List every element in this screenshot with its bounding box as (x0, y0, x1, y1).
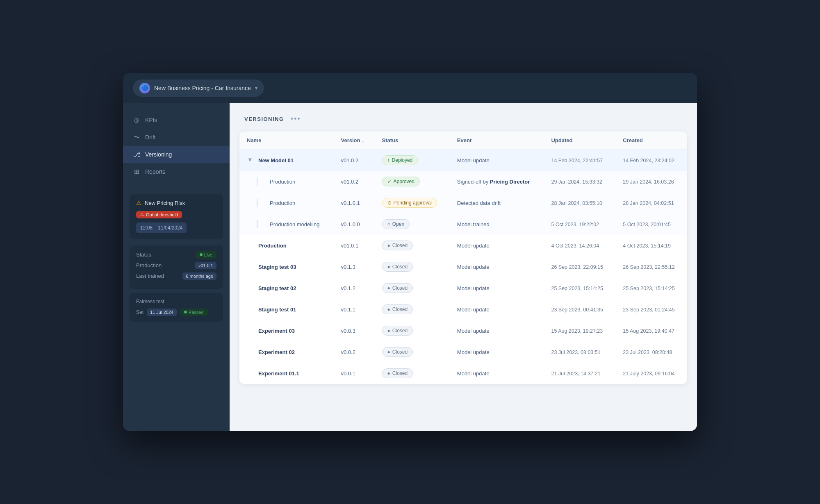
updated-datetime: 21 Jul 2023, 14:37:21 (551, 371, 600, 377)
alert-triangle-icon: ⚠ (136, 200, 141, 206)
production-version-badge: v01.0.1 (195, 262, 216, 269)
child-version-text: v0.1.0.0 (341, 221, 360, 227)
child-status-cell: ○ Open (375, 213, 450, 235)
status-value: Live (204, 252, 212, 257)
created-datetime: 23 Sep 2023, 01:24:45 (623, 307, 675, 313)
event-text: Model update (457, 328, 490, 334)
child-name-text: Production modelling (270, 221, 319, 227)
child-updated-datetime: 5 Oct 2023, 19:22:02 (551, 222, 599, 227)
event-text: Model update (457, 243, 490, 249)
child-status-icon: ⊙ (387, 200, 392, 206)
table-row: Production modelling v0.1.0.0 ○ Open Mod… (239, 213, 687, 235)
sidebar-item-drift[interactable]: 〜 Drift (123, 129, 230, 146)
table-row: Experiment 03 v0.0.3 ● Closed Model upda… (239, 320, 687, 341)
row-name-cell: ▶ New Model 01 (239, 150, 333, 171)
sidebar-item-versioning[interactable]: ⎇ Versioning (123, 146, 230, 163)
status-icon: ↑ (387, 157, 390, 163)
table-row: Production v01.0.2 ✓ Approved Signed-off… (239, 171, 687, 192)
version-text: v0.0.2 (341, 349, 355, 355)
row-name: Staging test 01 (247, 306, 326, 313)
row-status-cell: ● Closed (375, 256, 450, 277)
child-version-cell: v0.1.0.0 (333, 213, 374, 235)
row-version-cell: v01.0.2 (333, 150, 374, 171)
table-row: Experiment 02 v0.0.2 ● Closed Model upda… (239, 341, 687, 363)
child-created-cell: 28 Jan 2024, 04:02:51 (615, 192, 687, 213)
child-event-cell: Detected data drift (450, 192, 544, 213)
status-icon: ● (387, 264, 390, 270)
chevron-down-icon: ▾ (255, 85, 257, 91)
status-icon: ● (387, 243, 390, 248)
child-version-cell: v01.0.2 (333, 171, 374, 192)
version-text: v0.1.3 (341, 264, 355, 270)
passed-dot-icon (184, 311, 187, 313)
row-status-cell: ● Closed (375, 341, 450, 363)
row-version-cell: v0.1.2 (333, 277, 374, 299)
status-icon: ● (387, 306, 390, 312)
row-name: Experiment 03 (247, 328, 326, 334)
fairness-result: Passed (189, 310, 204, 315)
row-updated-cell: 4 Oct 2023, 14:26:04 (544, 235, 615, 256)
col-version[interactable]: Version ↓ (333, 132, 374, 150)
app-icon: 🔵 (139, 83, 150, 93)
event-text: Model update (457, 306, 490, 313)
row-name-text: Staging test 02 (258, 285, 296, 291)
row-name-text: Experiment 03 (258, 328, 295, 334)
app-selector[interactable]: 🔵 New Business Pricing - Car Insurance ▾ (133, 79, 264, 97)
row-version-cell: v0.1.3 (333, 256, 374, 277)
row-created-cell: 23 Jul 2023, 08:20:48 (615, 341, 687, 363)
event-text: Model update (457, 157, 490, 163)
child-updated-datetime: 29 Jan 2024, 15:33:32 (551, 179, 602, 185)
status-badge: ● Closed (382, 262, 413, 272)
sidebar-item-kpis[interactable]: ◎ KPIs (123, 111, 230, 129)
row-name-cell: Experiment 02 (239, 341, 333, 363)
row-name-cell: Staging test 01 (239, 299, 333, 320)
updated-datetime: 14 Feb 2024, 22:41:57 (551, 158, 603, 163)
status-icon: ● (387, 349, 390, 355)
child-version-cell: v0.1.0.1 (333, 192, 374, 213)
live-dot-icon (200, 253, 203, 256)
fairness-title: Fairness test (136, 299, 216, 304)
row-name: Production (247, 243, 326, 249)
expand-button[interactable]: ▶ (247, 157, 254, 164)
child-status-cell: ⊙ Pending approval (375, 192, 450, 213)
reports-icon: ⊞ (133, 168, 140, 175)
last-trained-label: Last trained (136, 273, 164, 279)
app-window: 🔵 New Business Pricing - Car Insurance ▾… (123, 73, 697, 431)
fairness-date-badge: 11 Jul 2024 (147, 309, 177, 316)
created-datetime: 26 Sep 2023, 22:55:12 (623, 264, 675, 270)
status-row: Status Live (136, 251, 216, 259)
main-content: VERSIONING ••• Name Version ↓ (230, 103, 697, 431)
production-row: Production v01.0.1 (136, 262, 216, 269)
row-created-cell: 26 Sep 2023, 22:55:12 (615, 256, 687, 277)
updated-datetime: 26 Sep 2023, 22:09:15 (551, 264, 603, 270)
more-options-icon[interactable]: ••• (291, 115, 301, 123)
row-name-text: Production (258, 243, 287, 249)
main-layout: ◎ KPIs 〜 Drift ⎇ Versioning ⊞ Reports ⚠ … (123, 103, 697, 431)
sidebar-item-reports[interactable]: ⊞ Reports (123, 163, 230, 180)
content-header: VERSIONING ••• (230, 103, 697, 132)
child-version-text: v01.0.2 (341, 179, 358, 185)
versioning-section-title: VERSIONING (244, 116, 284, 122)
row-name-text: Experiment 01.1 (258, 370, 299, 377)
row-name-text: Experiment 02 (258, 349, 295, 355)
status-badge: ● Closed (382, 326, 413, 336)
event-text: Model update (457, 264, 490, 270)
status-badge: ● Closed (382, 241, 413, 250)
row-name-cell: Staging test 03 (239, 256, 333, 277)
created-datetime: 14 Feb 2024, 23:24:02 (623, 158, 674, 163)
child-row-name: Production modelling (247, 220, 326, 228)
created-datetime: 25 Sep 2023, 15:14:25 (623, 286, 675, 291)
row-event-cell: Model update (450, 320, 544, 341)
row-event-cell: Model update (450, 256, 544, 277)
last-trained-value: 6 months ago (182, 272, 216, 280)
row-name-cell: Experiment 03 (239, 320, 333, 341)
row-name-text: Staging test 01 (258, 306, 296, 313)
info-card: Status Live Production v01.0.1 Last trai… (130, 245, 223, 289)
child-event-text: Model trained (457, 221, 490, 227)
row-event-cell: Model update (450, 235, 544, 256)
row-event-cell: Model update (450, 277, 544, 299)
child-updated-datetime: 28 Jan 2024, 03:55:10 (551, 200, 602, 206)
created-datetime: 23 Jul 2023, 08:20:48 (623, 350, 672, 355)
child-created-datetime: 29 Jan 2024, 16:03:26 (623, 179, 674, 185)
child-version-text: v0.1.0.1 (341, 200, 360, 206)
